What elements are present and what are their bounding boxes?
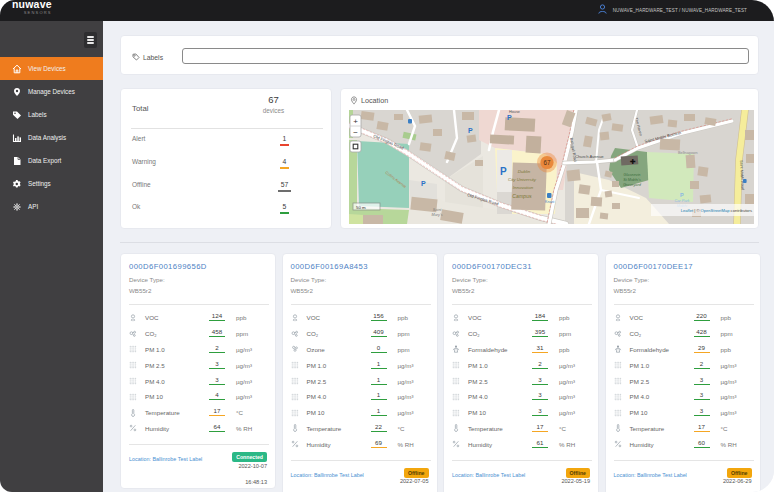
- svg-text:Car Park: Car Park: [675, 199, 691, 203]
- svg-text:St Mobhi's: St Mobhi's: [623, 178, 641, 182]
- svg-text:✚: ✚: [630, 158, 636, 165]
- svg-text:Church Avenue: Church Avenue: [575, 154, 604, 159]
- svg-text:Dublin: Dublin: [518, 169, 531, 174]
- svg-text:Bellnagown: Bellnagown: [678, 151, 698, 155]
- svg-text:Innovation: Innovation: [513, 185, 534, 190]
- svg-text:+: +: [353, 117, 358, 126]
- svg-text:P: P: [680, 192, 684, 198]
- svg-text:P: P: [500, 166, 507, 177]
- svg-text:Glasnevin: Glasnevin: [624, 173, 641, 177]
- svg-text:P: P: [507, 114, 512, 121]
- svg-text:−: −: [353, 128, 358, 137]
- svg-text:P: P: [468, 127, 473, 134]
- svg-text:50 m: 50 m: [356, 205, 366, 210]
- svg-text:67: 67: [543, 159, 551, 166]
- svg-text:Leaflet | © OpenStreetMap cont: Leaflet | © OpenStreetMap contributors: [681, 208, 752, 213]
- svg-text:P: P: [421, 180, 426, 187]
- svg-text:Campus: Campus: [512, 193, 532, 199]
- svg-text:Mary's: Mary's: [431, 213, 442, 217]
- svg-text:Knast: Knast: [545, 200, 554, 204]
- svg-text:Saint: Saint: [433, 208, 443, 212]
- svg-text:Graveyard: Graveyard: [623, 183, 642, 187]
- svg-text:City University: City University: [508, 177, 537, 182]
